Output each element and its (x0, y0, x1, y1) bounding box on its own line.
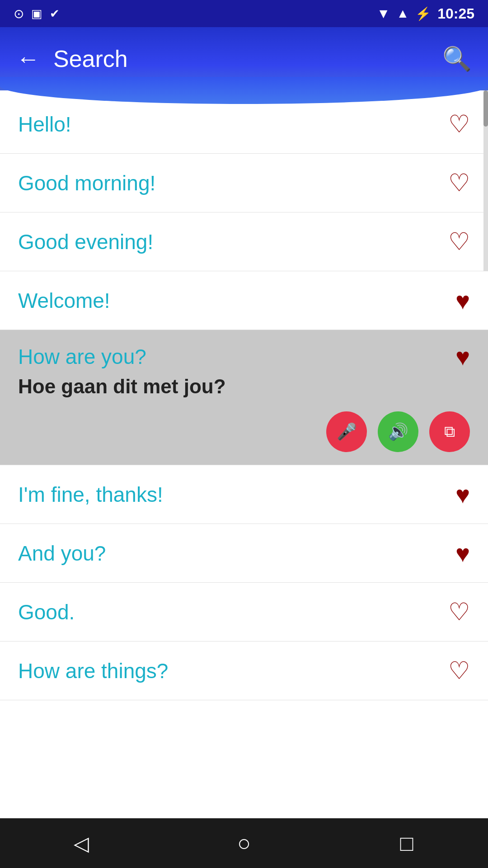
list-item[interactable]: How are things? ♡ (0, 642, 488, 700)
search-button[interactable]: 🔍 (442, 45, 472, 73)
phrase-text: Welcome! (18, 288, 455, 313)
status-icons-left: ⊙ ▣ ✔ (14, 6, 60, 21)
time-display: 10:25 (437, 5, 474, 22)
phrase-row: How are you? ♥ (18, 343, 470, 371)
phrase-text: How are things? (18, 659, 448, 683)
list-item[interactable]: Good morning! ♡ (0, 154, 488, 212)
nav-recents-button[interactable] (389, 825, 425, 861)
list-item[interactable]: Good. ♡ (0, 583, 488, 642)
phrase-row: Good. ♡ (18, 598, 470, 626)
sd-card-icon: ▣ (31, 7, 42, 21)
scrollbar-track (483, 90, 488, 271)
status-icons-right: ▼ ▲ ⚡ 10:25 (377, 5, 474, 22)
circle-icon: ⊙ (14, 6, 24, 21)
speaker-button[interactable]: 🔊 (378, 411, 418, 452)
signal-icon: ▲ (396, 6, 409, 21)
translation-text: Hoe gaan dit met jou? (18, 375, 226, 398)
phrase-list: Hello! ♡ Good morning! ♡ Good evening! ♡… (0, 95, 488, 700)
list-item[interactable]: Good evening! ♡ (0, 212, 488, 271)
wifi-icon: ▼ (377, 6, 390, 21)
mic-button[interactable]: 🎤 (326, 411, 367, 452)
phrase-row: Good morning! ♡ (18, 169, 470, 197)
battery-icon: ⚡ (415, 6, 431, 21)
phrase-row: I'm fine, thanks! ♥ (18, 481, 470, 509)
nav-back-button[interactable] (63, 825, 99, 861)
phrase-row: Hello! ♡ (18, 110, 470, 138)
favorite-icon[interactable]: ♡ (448, 598, 470, 626)
phrase-text: Hello! (18, 112, 448, 137)
list-item[interactable]: I'm fine, thanks! ♥ (0, 465, 488, 524)
bottom-navigation (0, 818, 488, 868)
phrase-row: How are things? ♡ (18, 656, 470, 685)
list-item[interactable]: Welcome! ♥ (0, 271, 488, 330)
phrase-text: Good. (18, 600, 448, 624)
nav-home-button[interactable] (226, 825, 262, 861)
favorite-icon[interactable]: ♡ (448, 227, 470, 256)
page-title: Search (53, 45, 442, 72)
favorite-icon[interactable]: ♥ (455, 343, 470, 371)
list-item[interactable]: How are you? ♥ Hoe gaan dit met jou? 🎤 🔊… (0, 330, 488, 465)
phrase-text: Good morning! (18, 171, 448, 195)
phrase-row: Welcome! ♥ (18, 287, 470, 315)
app-header: ← Search 🔍 (0, 27, 488, 90)
favorite-icon[interactable]: ♥ (455, 287, 470, 315)
phrase-text: I'm fine, thanks! (18, 482, 455, 507)
favorite-icon[interactable]: ♡ (448, 169, 470, 197)
phrase-row: And you? ♥ (18, 539, 470, 567)
phrase-text: Good evening! (18, 230, 448, 254)
favorite-icon[interactable]: ♥ (455, 539, 470, 567)
phrase-text: How are you? (18, 344, 455, 369)
action-buttons: 🎤 🔊 ⧉ (18, 411, 470, 452)
check-icon: ✔ (50, 7, 60, 21)
list-item[interactable]: And you? ♥ (0, 524, 488, 583)
favorite-icon[interactable]: ♡ (448, 110, 470, 138)
copy-button[interactable]: ⧉ (429, 411, 470, 452)
favorite-icon[interactable]: ♥ (455, 481, 470, 509)
back-button[interactable]: ← (16, 45, 40, 72)
phrase-text: And you? (18, 541, 455, 566)
scrollbar-thumb[interactable] (483, 90, 488, 127)
phrase-row: Good evening! ♡ (18, 227, 470, 256)
favorite-icon[interactable]: ♡ (448, 656, 470, 685)
status-bar: ⊙ ▣ ✔ ▼ ▲ ⚡ 10:25 (0, 0, 488, 27)
